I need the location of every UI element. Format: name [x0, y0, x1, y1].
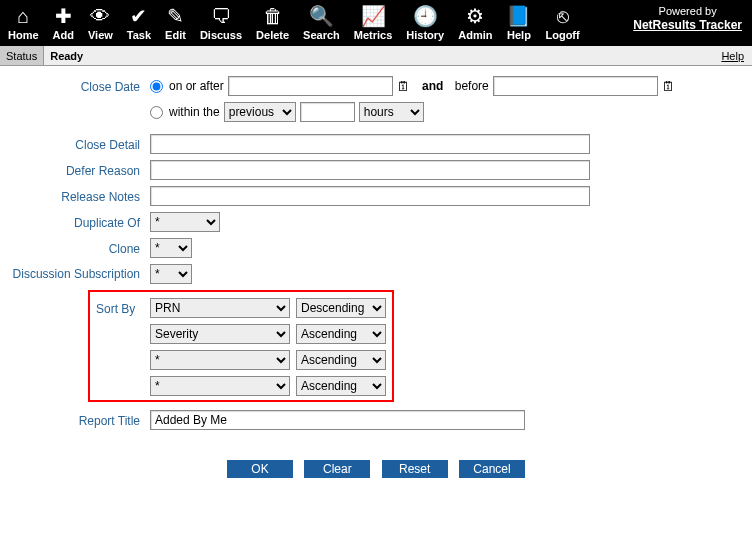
powered-link[interactable]: NetResults Tracker [633, 18, 742, 32]
status-label: Status [0, 46, 44, 65]
sort-row-2: *Ascending [150, 350, 386, 370]
status-value: Ready [44, 46, 89, 65]
toolbar-logoff[interactable]: ⎋Logoff [545, 5, 579, 41]
reset-button[interactable]: Reset [382, 460, 448, 478]
logoff-label: Logoff [545, 29, 579, 41]
admin-label: Admin [458, 29, 492, 41]
sort-dir-1[interactable]: Ascending [296, 324, 386, 344]
sort-by-highlight: Sort By PRNDescendingSeverityAscending*A… [88, 290, 394, 402]
sort-dir-0[interactable]: Descending [296, 298, 386, 318]
toolbar-edit[interactable]: ✎Edit [165, 5, 186, 41]
toolbar-history[interactable]: 🕘History [406, 5, 444, 41]
before-input[interactable] [493, 76, 658, 96]
close-detail-input[interactable] [150, 134, 590, 154]
sort-row-1: SeverityAscending [150, 324, 386, 344]
history-label: History [406, 29, 444, 41]
help-icon: 📘 [506, 5, 531, 27]
defer-reason-label: Defer Reason [0, 160, 150, 178]
clear-button[interactable]: Clear [304, 460, 370, 478]
discussion-label: Discussion Subscription [0, 264, 150, 281]
sort-field-1[interactable]: Severity [150, 324, 290, 344]
discussion-select[interactable]: * [150, 264, 192, 284]
status-bar: Status Ready Help [0, 46, 752, 66]
hours-select[interactable]: hours [359, 102, 424, 122]
duplicate-of-label: Duplicate Of [0, 212, 150, 230]
home-icon: ⌂ [8, 5, 39, 27]
cancel-button[interactable]: Cancel [459, 460, 525, 478]
duplicate-of-select[interactable]: * [150, 212, 220, 232]
ok-button[interactable]: OK [227, 460, 293, 478]
task-icon: ✔ [127, 5, 151, 27]
search-icon: 🔍 [303, 5, 340, 27]
close-date-label: Close Date [0, 76, 150, 94]
report-title-label: Report Title [0, 410, 150, 428]
close-detail-label: Close Detail [0, 134, 150, 152]
calendar-icon[interactable]: 🗓 [397, 79, 411, 93]
toolbar-metrics[interactable]: 📈Metrics [354, 5, 393, 41]
clone-select[interactable]: * [150, 238, 192, 258]
sort-row-3: *Ascending [150, 376, 386, 396]
calendar-icon[interactable]: 🗓 [662, 79, 676, 93]
defer-reason-input[interactable] [150, 160, 590, 180]
task-label: Task [127, 29, 151, 41]
report-title-input[interactable] [150, 410, 525, 430]
sort-row-0: PRNDescending [150, 298, 386, 318]
sort-by-label: Sort By [96, 298, 150, 316]
within-text: within the [169, 105, 220, 119]
sort-dir-2[interactable]: Ascending [296, 350, 386, 370]
history-icon: 🕘 [406, 5, 444, 27]
sort-field-2[interactable]: * [150, 350, 290, 370]
within-num-input[interactable] [300, 102, 355, 122]
sort-field-0[interactable]: PRN [150, 298, 290, 318]
add-icon: ✚ [53, 5, 74, 27]
toolbar-home[interactable]: ⌂Home [8, 5, 39, 41]
edit-icon: ✎ [165, 5, 186, 27]
search-label: Search [303, 29, 340, 41]
on-after-radio[interactable] [150, 80, 163, 93]
delete-icon: 🗑 [256, 5, 289, 27]
release-notes-label: Release Notes [0, 186, 150, 204]
toolbar-task[interactable]: ✔Task [127, 5, 151, 41]
release-notes-input[interactable] [150, 186, 590, 206]
before-text: before [455, 79, 489, 93]
toolbar-help[interactable]: 📘Help [506, 5, 531, 41]
delete-label: Delete [256, 29, 289, 41]
on-after-input[interactable] [228, 76, 393, 96]
toolbar-view[interactable]: 👁View [88, 5, 113, 41]
home-label: Home [8, 29, 39, 41]
toolbar-discuss[interactable]: 🗨Discuss [200, 5, 242, 41]
toolbar-delete[interactable]: 🗑Delete [256, 5, 289, 41]
add-label: Add [53, 29, 74, 41]
powered-by: Powered by NetResults Tracker [633, 4, 742, 32]
discuss-label: Discuss [200, 29, 242, 41]
form-content: Close Date on or after 🗓 and before 🗓 wi… [0, 66, 752, 556]
main-toolbar: ⌂Home✚Add👁View✔Task✎Edit🗨Discuss🗑Delete🔍… [0, 0, 752, 46]
logoff-icon: ⎋ [545, 5, 579, 27]
help-link[interactable]: Help [713, 46, 752, 65]
view-icon: 👁 [88, 5, 113, 27]
discuss-icon: 🗨 [200, 5, 242, 27]
metrics-label: Metrics [354, 29, 393, 41]
clone-label: Clone [0, 238, 150, 256]
admin-icon: ⚙ [458, 5, 492, 27]
sort-dir-3[interactable]: Ascending [296, 376, 386, 396]
previous-select[interactable]: previous [224, 102, 296, 122]
edit-label: Edit [165, 29, 186, 41]
button-row: OK Clear Reset Cancel [0, 460, 752, 478]
toolbar-admin[interactable]: ⚙Admin [458, 5, 492, 41]
on-after-text: on or after [169, 79, 224, 93]
powered-text: Powered by [633, 4, 742, 18]
and-text: and [422, 79, 443, 93]
toolbar-add[interactable]: ✚Add [53, 5, 74, 41]
help-label: Help [506, 29, 531, 41]
toolbar-search[interactable]: 🔍Search [303, 5, 340, 41]
sort-field-3[interactable]: * [150, 376, 290, 396]
metrics-icon: 📈 [354, 5, 393, 27]
view-label: View [88, 29, 113, 41]
within-radio[interactable] [150, 106, 163, 119]
